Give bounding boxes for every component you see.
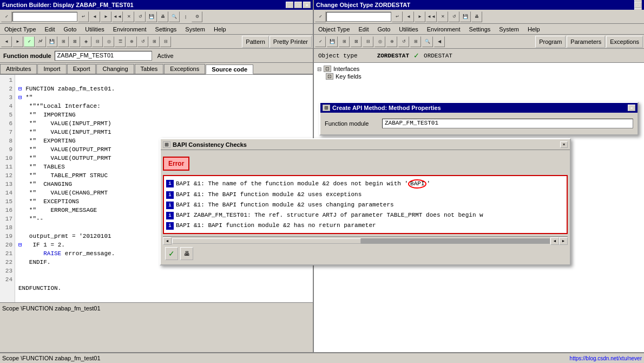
menu-help[interactable]: Help (212, 25, 228, 33)
r-tb2-icon4[interactable]: ⊠ (351, 36, 362, 47)
command-field[interactable] (12, 12, 77, 22)
menu-settings[interactable]: Settings (153, 25, 179, 33)
function-module-header: Function module ZABAP_FM_TEST01 Active (0, 49, 313, 63)
pattern-button[interactable]: Pattern (242, 36, 268, 48)
r-tb2-icon1[interactable]: ✓ (315, 36, 326, 47)
menu-object-type[interactable]: Object Type (2, 25, 38, 33)
r-menu-system[interactable]: System (497, 25, 521, 33)
minimize-btn[interactable]: _ (286, 2, 293, 8)
r-tb2-icon10[interactable]: 🔍 (422, 36, 433, 47)
tb2-icon9[interactable]: ⊕ (126, 36, 137, 47)
r-tb2-icon7[interactable]: ⊕ (386, 36, 397, 47)
nav-back-icon[interactable]: ◄ (89, 11, 100, 22)
api-dialog-close[interactable]: × (628, 105, 635, 111)
tb2-icon12[interactable]: ⊟ (160, 36, 171, 47)
tb2-icon7[interactable]: ◎ (103, 36, 114, 47)
right-toolbar-1: ✓ ↵ ◄ ► ◄◄ ✕ ↺ 💾 🖶 (314, 10, 644, 24)
tb2-check-icon[interactable]: ✓ (24, 36, 35, 47)
parameters-button[interactable]: Parameters (567, 36, 605, 48)
tree-item-key-fields[interactable]: ⊡ Key fields (325, 73, 642, 80)
maximize-btn[interactable]: □ (294, 2, 302, 8)
nav-forward-icon[interactable]: ► (101, 11, 111, 22)
bapi-h-scroll[interactable]: ◄ ◄ ► (163, 236, 568, 245)
nav-refresh-icon[interactable]: ↺ (135, 11, 146, 22)
r-maximize-btn[interactable]: □ (634, 2, 642, 8)
r-enter-icon[interactable]: ↵ (392, 11, 403, 22)
right-title-bar: Change Object Type ZORDESTAT _ □ × (314, 0, 644, 10)
r-nav-forward-icon[interactable]: ► (415, 11, 425, 22)
tab-import[interactable]: Import (37, 64, 66, 74)
r-menu-edit[interactable]: Edit (357, 25, 371, 33)
menu-utilities[interactable]: Utilities (83, 25, 106, 33)
menu-edit[interactable]: Edit (43, 25, 57, 33)
tab-export[interactable]: Export (67, 64, 96, 74)
r-tb2-icon2[interactable]: 💾 (327, 36, 338, 47)
r-nav-back2-icon[interactable]: ◄◄ (426, 11, 437, 22)
r-nav-back-icon[interactable]: ◄ (403, 11, 414, 22)
nav-back2-icon[interactable]: ◄◄ (112, 11, 123, 22)
check-icon[interactable]: ✓ (1, 11, 12, 22)
tb2-activate-icon[interactable]: 🗲 (35, 36, 46, 47)
bapi-dialog-close[interactable]: × (560, 141, 568, 148)
tree-item-interfaces[interactable]: ⊟ ⊡ Interfaces (316, 65, 642, 73)
r-menu-utilities[interactable]: Utilities (397, 25, 420, 33)
nav-cancel-icon[interactable]: ✕ (123, 11, 134, 22)
tb2-icon8[interactable]: ☰ (115, 36, 126, 47)
h-scroll-right-2[interactable]: ► (559, 237, 568, 245)
r-nav-cancel-icon[interactable]: ✕ (437, 11, 448, 22)
line-numbers: 12345 678910 1112131415 1617181920 21222… (0, 75, 15, 302)
find-icon[interactable]: 🔍 (169, 11, 180, 22)
enter-icon[interactable]: ↵ (78, 11, 89, 22)
r-menu-object-type[interactable]: Object Type (316, 25, 352, 33)
settings-icon[interactable]: ⚙ (192, 11, 202, 22)
tb2-icon4[interactable]: ⊠ (69, 36, 80, 47)
pretty-printer-button[interactable]: Pretty Printer (270, 36, 312, 48)
tb2-icon6[interactable]: ⊟ (92, 36, 103, 47)
tree-key-fields-label: Key fields (336, 73, 362, 80)
r-command-field[interactable] (326, 12, 391, 22)
bapi-dialog[interactable]: ⊞ BAPI Consistency Checks × Error i BAPI… (160, 138, 571, 265)
r-save-icon[interactable]: 💾 (460, 11, 471, 22)
r-tb2-icon8[interactable]: ↺ (398, 36, 409, 47)
tab-source-code[interactable]: Source code (206, 64, 253, 74)
tab-attributes[interactable]: Attributes (0, 64, 37, 74)
bapi-ok-button[interactable]: ✓ (165, 247, 178, 260)
r-nav-refresh-icon[interactable]: ↺ (449, 11, 459, 22)
msg-text-4: BAPI ZABAP_FM_TEST01: The ref. structure… (176, 211, 564, 219)
close-btn[interactable]: × (303, 2, 311, 8)
tb2-forward-icon[interactable]: ► (12, 36, 23, 47)
h-scroll-right-1[interactable]: ◄ (550, 237, 559, 245)
tb2-save-icon[interactable]: 💾 (47, 36, 57, 47)
tb2-icon5[interactable]: ◈ (81, 36, 91, 47)
tb2-icon10[interactable]: ↺ (137, 36, 148, 47)
r-tb2-icon3[interactable]: ⊞ (339, 36, 350, 47)
r-check-icon[interactable]: ✓ (315, 11, 326, 22)
r-menu-settings[interactable]: Settings (467, 25, 493, 33)
menu-system[interactable]: System (183, 25, 207, 33)
menu-goto[interactable]: Goto (61, 25, 78, 33)
menu-environment[interactable]: Environment (111, 25, 149, 33)
program-button[interactable]: Program (535, 36, 566, 48)
h-scroll-track[interactable] (172, 238, 550, 244)
create-api-dialog[interactable]: ⊞ Create API Method: Method Properties ×… (319, 102, 639, 135)
r-menu-help[interactable]: Help (525, 25, 542, 33)
tab-tables[interactable]: Tables (135, 64, 164, 74)
save-icon[interactable]: 💾 (146, 11, 157, 22)
r-print-icon[interactable]: 🖶 (471, 11, 482, 22)
tb2-icon3[interactable]: ⊞ (58, 36, 69, 47)
tab-exceptions[interactable]: Exceptions (164, 64, 205, 74)
tb2-back-icon[interactable]: ◄ (1, 36, 12, 47)
print-icon[interactable]: 🖶 (157, 11, 168, 22)
msg-text-3: BAPI &1: The BAPI function module &2 use… (176, 201, 564, 209)
exceptions-button[interactable]: Exceptions (606, 36, 643, 48)
tb2-icon11[interactable]: ⊞ (149, 36, 160, 47)
h-scroll-left[interactable]: ◄ (163, 237, 172, 245)
r-menu-goto[interactable]: Goto (375, 25, 392, 33)
r-tb2-icon9[interactable]: ⊞ (410, 36, 421, 47)
r-tb2-icon11[interactable]: ◀ (434, 36, 445, 47)
bapi-print-button[interactable]: 🖶 (180, 247, 193, 260)
tab-changing[interactable]: Changing (96, 64, 134, 74)
r-tb2-icon5[interactable]: ⊟ (363, 36, 373, 47)
r-menu-environment[interactable]: Environment (425, 25, 463, 33)
r-tb2-icon6[interactable]: ◎ (374, 36, 385, 47)
